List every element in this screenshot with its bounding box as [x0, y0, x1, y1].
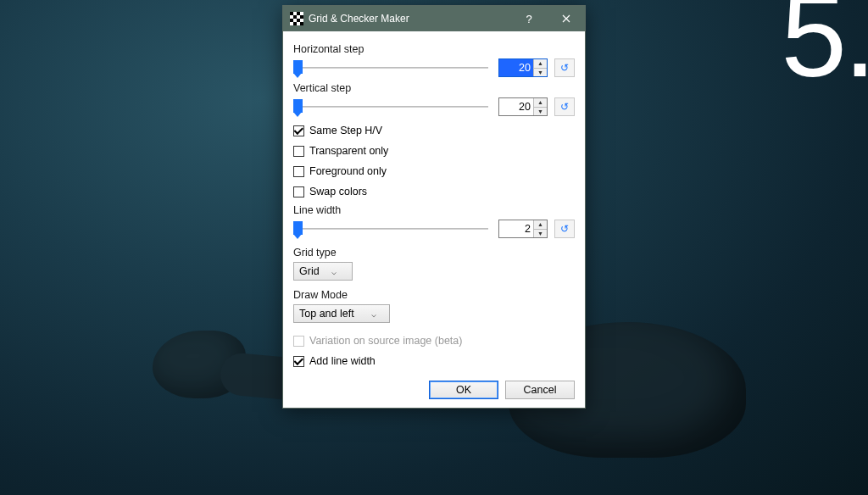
- window-title: Grid & Checker Maker: [309, 13, 510, 25]
- transparent-only-checkbox[interactable]: Transparent only: [293, 145, 575, 157]
- line-width-input[interactable]: [499, 220, 533, 237]
- label-horizontal-step: Horizontal step: [293, 43, 575, 55]
- horizontal-step-slider[interactable]: [293, 59, 488, 76]
- help-button[interactable]: ?: [510, 6, 548, 31]
- same-step-checkbox[interactable]: Same Step H/V: [293, 125, 575, 136]
- titlebar[interactable]: Grid & Checker Maker ?: [283, 6, 585, 31]
- button-label: Cancel: [524, 384, 557, 396]
- horizontal-step-input[interactable]: [499, 59, 533, 76]
- label-line-width: Line width: [293, 204, 575, 216]
- svg-rect-5: [290, 19, 293, 22]
- checkbox-label: Transparent only: [309, 145, 388, 157]
- svg-rect-3: [293, 15, 297, 19]
- draw-mode-select[interactable]: Top and left ⌵: [293, 304, 390, 323]
- checkbox-label: Add line width: [309, 355, 376, 367]
- checkbox-icon: [293, 146, 304, 157]
- svg-rect-4: [300, 15, 303, 19]
- horizontal-step-spinner[interactable]: ▲▼: [498, 58, 548, 77]
- dialog-body: Horizontal step ▲▼ ↺ Vertical step ▲▼: [283, 31, 585, 408]
- stepper-down[interactable]: ▼: [534, 230, 547, 238]
- checkbox-icon: [293, 186, 304, 197]
- variation-checkbox: Variation on source image (beta): [293, 335, 575, 347]
- line-width-spinner[interactable]: ▲▼: [498, 220, 548, 238]
- checkbox-icon: [293, 336, 304, 347]
- select-value: Grid: [299, 265, 320, 277]
- vertical-step-slider[interactable]: [293, 98, 488, 115]
- app-icon: [290, 12, 303, 25]
- reset-icon: ↺: [560, 223, 569, 235]
- close-button[interactable]: [548, 6, 585, 31]
- chevron-down-icon: ⌵: [331, 267, 337, 276]
- help-icon: ?: [526, 13, 531, 25]
- stepper-down[interactable]: ▼: [534, 69, 547, 77]
- vertical-step-reset[interactable]: ↺: [554, 97, 575, 116]
- checkbox-label: Variation on source image (beta): [309, 335, 462, 347]
- checkbox-label: Same Step H/V: [309, 125, 382, 136]
- desktop-background: 5. Grid & Checker Maker ? Horizontal ste…: [0, 0, 868, 495]
- swap-colors-checkbox[interactable]: Swap colors: [293, 186, 575, 197]
- label-draw-mode: Draw Mode: [293, 289, 575, 301]
- stepper-up[interactable]: ▲: [534, 59, 547, 69]
- foreground-only-checkbox[interactable]: Foreground only: [293, 165, 575, 177]
- button-label: OK: [456, 384, 471, 396]
- svg-rect-7: [293, 22, 297, 25]
- checkbox-icon: [293, 356, 304, 367]
- desktop-corner-text: 5.: [781, 0, 868, 95]
- vertical-step-spinner[interactable]: ▲▼: [498, 97, 548, 116]
- line-width-slider[interactable]: [293, 220, 488, 237]
- close-icon: [562, 14, 570, 23]
- stepper-up[interactable]: ▲: [534, 220, 547, 230]
- line-width-reset[interactable]: ↺: [554, 220, 575, 238]
- vertical-step-input[interactable]: [499, 98, 533, 115]
- svg-rect-2: [297, 12, 300, 15]
- checkbox-icon: [293, 166, 304, 177]
- reset-icon: ↺: [560, 62, 569, 74]
- horizontal-step-reset[interactable]: ↺: [554, 58, 575, 77]
- label-grid-type: Grid type: [293, 247, 575, 259]
- cancel-button[interactable]: Cancel: [505, 381, 575, 399]
- reset-icon: ↺: [560, 101, 569, 113]
- add-line-width-checkbox[interactable]: Add line width: [293, 355, 575, 367]
- stepper-down[interactable]: ▼: [534, 108, 547, 116]
- stepper-up[interactable]: ▲: [534, 98, 547, 108]
- checkbox-label: Swap colors: [309, 186, 367, 197]
- grid-type-select[interactable]: Grid ⌵: [293, 262, 353, 281]
- svg-rect-6: [297, 19, 300, 22]
- svg-rect-8: [300, 22, 303, 25]
- ok-button[interactable]: OK: [429, 381, 498, 399]
- label-vertical-step: Vertical step: [293, 82, 575, 94]
- svg-rect-1: [290, 12, 293, 15]
- checkbox-icon: [293, 125, 304, 136]
- checkbox-label: Foreground only: [309, 165, 387, 177]
- select-value: Top and left: [299, 308, 354, 320]
- chevron-down-icon: ⌵: [371, 309, 376, 319]
- dialog-window: Grid & Checker Maker ? Horizontal step ▲…: [282, 5, 586, 409]
